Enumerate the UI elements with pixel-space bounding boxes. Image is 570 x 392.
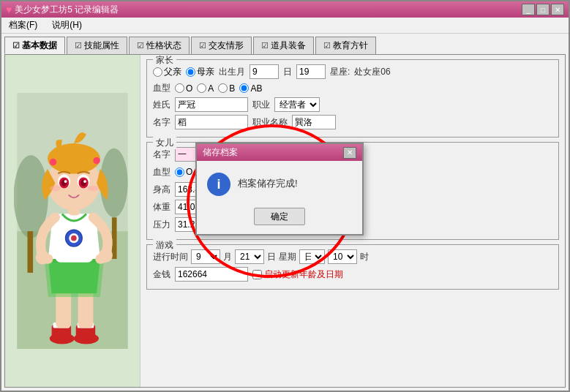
- dialog-title-bar: 储存档案 ✕: [197, 144, 362, 161]
- tab-social[interactable]: ☑ 交友情形: [191, 37, 252, 54]
- title-bar: ♥ 美少女梦工坊5 记录编辑器 _ □ ✕: [1, 1, 569, 18]
- tab-education[interactable]: ☑ 教育方针: [315, 37, 376, 54]
- dialog-buttons: 确定: [197, 205, 362, 234]
- dialog-close-button[interactable]: ✕: [343, 147, 356, 159]
- tab-basic-check: ☑: [12, 41, 20, 50]
- tab-items-check: ☑: [261, 41, 269, 50]
- title-icon: ♥: [6, 4, 12, 15]
- tab-personality-label: 性格状态: [146, 39, 181, 52]
- tab-basic-label: 基本数据: [22, 39, 57, 52]
- tab-education-check: ☑: [323, 41, 331, 50]
- tab-items[interactable]: ☑ 道具装备: [253, 37, 314, 54]
- dialog-title: 储存档案: [203, 146, 238, 159]
- tab-skill[interactable]: ☑ 技能属性: [67, 37, 127, 54]
- save-dialog: 储存档案 ✕ i 档案储存完成! 确定: [195, 143, 364, 235]
- minimize-button[interactable]: _: [522, 4, 535, 15]
- info-icon: i: [207, 173, 230, 196]
- main-window: ♥ 美少女梦工坊5 记录编辑器 _ □ ✕ 档案(F) 说明(H) ☑ 基本数据…: [0, 0, 570, 392]
- title-text: 美少女梦工坊5 记录编辑器: [15, 4, 119, 16]
- tab-education-label: 教育方针: [333, 39, 368, 52]
- maximize-button[interactable]: □: [536, 4, 550, 15]
- tab-personality[interactable]: ☑ 性格状态: [129, 37, 190, 54]
- tab-personality-check: ☑: [137, 41, 144, 50]
- menu-file[interactable]: 档案(F): [4, 18, 42, 33]
- menu-help[interactable]: 说明(H): [48, 18, 86, 33]
- dialog-ok-button[interactable]: 确定: [254, 208, 305, 225]
- menu-bar: 档案(F) 说明(H): [1, 18, 569, 34]
- tab-basic[interactable]: ☑ 基本数据: [4, 37, 65, 54]
- tab-social-label: 交友情形: [209, 39, 244, 52]
- dialog-content: i 档案储存完成!: [197, 161, 362, 205]
- tab-social-check: ☑: [199, 41, 206, 50]
- dialog-overlay: 储存档案 ✕ i 档案储存完成! 确定: [5, 55, 565, 387]
- tab-skill-label: 技能属性: [84, 39, 119, 52]
- tab-skill-check: ☑: [75, 41, 82, 50]
- dialog-message: 档案储存完成!: [238, 173, 298, 190]
- title-buttons: _ □ ✕: [522, 4, 564, 15]
- tabs-bar: ☑ 基本数据 ☑ 技能属性 ☑ 性格状态 ☑ 交友情形 ☑ 道具装备 ☑ 教育方…: [1, 34, 569, 54]
- main-content: 家长 父亲 母亲 出生月 日 星座: 处女座06: [4, 54, 566, 388]
- close-button[interactable]: ✕: [551, 4, 564, 15]
- tab-items-label: 道具装备: [271, 39, 306, 52]
- title-bar-left: ♥ 美少女梦工坊5 记录编辑器: [6, 4, 119, 16]
